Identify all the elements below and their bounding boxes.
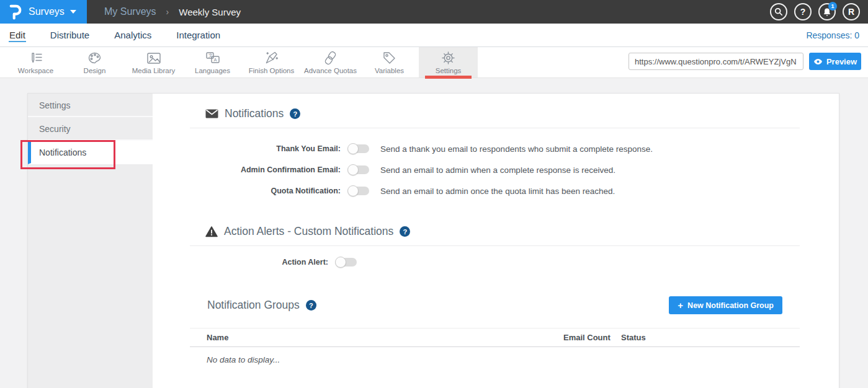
- sidebar-item-settings[interactable]: Settings: [28, 94, 153, 117]
- questionpro-logo-icon: [9, 4, 22, 20]
- eye-icon: [813, 58, 823, 65]
- plus-icon: +: [678, 301, 683, 310]
- toolbar-item-media-library[interactable]: Media Library: [124, 47, 183, 77]
- brand-label: Surveys: [29, 6, 65, 17]
- notification-badge: 1: [828, 2, 837, 11]
- settings-sidebar: Settings Security Notifications: [28, 94, 153, 388]
- advance-quotas-icon: [323, 51, 338, 66]
- toggle-label: Admin Confirmation Email:: [190, 165, 341, 174]
- media-library-icon: [146, 51, 161, 66]
- help-icon[interactable]: ?: [400, 226, 410, 237]
- workspace-icon: [29, 51, 43, 66]
- toggle-knob: [347, 164, 359, 175]
- notification-toggle-rows: Thank You Email: Send a thank you email …: [190, 138, 800, 201]
- app-window: Surveys My Surveys › Weekly Survey ?: [0, 0, 868, 388]
- toggle-label: Quota Notification:: [190, 187, 341, 195]
- toggle-knob: [347, 143, 359, 154]
- action-alert-toggle[interactable]: [336, 258, 357, 267]
- tab-edit[interactable]: Edit: [9, 24, 26, 46]
- tab-integration[interactable]: Integration: [176, 24, 221, 46]
- toolbar-item-label: Variables: [375, 67, 404, 74]
- quota-notification-toggle[interactable]: [349, 187, 369, 195]
- action-alerts-section-header: Action Alerts - Custom Notifications ?: [190, 225, 800, 238]
- toolbar-item-label: Advance Quotas: [304, 67, 357, 74]
- section-title: Notification Groups: [207, 299, 300, 312]
- new-group-button-label: New Notification Group: [687, 301, 774, 310]
- column-header-email-count: Email Count: [563, 333, 621, 342]
- notification-groups-section-header: Notification Groups ? + New Notification…: [190, 296, 800, 314]
- design-icon: [87, 51, 102, 66]
- responses-count[interactable]: Responses: 0: [806, 30, 859, 40]
- help-icon[interactable]: ?: [306, 300, 316, 311]
- toggle-description: Send an email to admin when a complete r…: [380, 165, 615, 175]
- breadcrumb-current: Weekly Survey: [179, 7, 241, 17]
- survey-url-input[interactable]: [629, 53, 803, 70]
- toolbar-item-label: Design: [84, 67, 106, 74]
- preview-button[interactable]: Preview: [809, 53, 861, 70]
- top-bar: Surveys My Surveys › Weekly Survey ?: [0, 0, 868, 24]
- section-title: Notifications: [225, 107, 284, 120]
- help-icon[interactable]: ?: [290, 108, 300, 119]
- search-icon: [774, 7, 783, 16]
- column-header-status: Status: [621, 333, 800, 342]
- settings-panel: Settings Security Notifications Notifica…: [27, 93, 839, 388]
- thank-you-email-toggle[interactable]: [349, 144, 369, 153]
- toolbar-item-finish-options[interactable]: Finish Options: [242, 47, 301, 77]
- finish-options-icon: [264, 51, 279, 66]
- toggle-knob: [347, 185, 359, 196]
- search-button[interactable]: [770, 3, 787, 20]
- sidebar-item-security[interactable]: Security: [28, 117, 153, 141]
- toolbar-item-workspace[interactable]: Workspace: [6, 47, 65, 77]
- section-divider: [190, 128, 800, 128]
- section-title: Action Alerts - Custom Notifications: [224, 225, 393, 238]
- avatar-initial: R: [848, 7, 854, 17]
- account-avatar[interactable]: R: [843, 3, 860, 20]
- product-switcher[interactable]: Surveys: [0, 0, 87, 24]
- warning-icon: [205, 226, 218, 237]
- help-button[interactable]: ?: [794, 3, 812, 20]
- toggle-knob: [335, 257, 346, 268]
- quota-notification-row: Quota Notification: Send an email to adm…: [190, 180, 800, 201]
- column-header-name: Name: [207, 333, 563, 342]
- main-area: Settings Security Notifications Notifica…: [0, 79, 868, 388]
- svg-text:A: A: [213, 57, 217, 63]
- topbar-actions: ? 1 R: [770, 3, 868, 20]
- chevron-down-icon: [70, 10, 76, 14]
- toolbar-item-design[interactable]: Design: [65, 47, 124, 77]
- tab-distribute[interactable]: Distribute: [50, 24, 90, 46]
- sidebar-item-notifications[interactable]: Notifications: [28, 141, 153, 164]
- empty-table-message: No data to display...: [190, 355, 800, 364]
- breadcrumb: My Surveys › Weekly Survey: [104, 6, 241, 17]
- toolbar-item-languages[interactable]: 文 A Languages: [183, 47, 242, 77]
- toolbar-item-settings[interactable]: Settings: [419, 47, 478, 77]
- new-notification-group-button[interactable]: + New Notification Group: [669, 296, 782, 314]
- thank-you-email-row: Thank You Email: Send a thank you email …: [190, 138, 800, 159]
- toolbar-item-label: Finish Options: [249, 67, 295, 74]
- toolbar-item-label: Workspace: [18, 67, 53, 74]
- action-alert-rows: Action Alert:: [190, 252, 800, 273]
- envelope-icon: [205, 109, 218, 118]
- toolbar-item-variables[interactable]: Variables: [360, 47, 419, 77]
- svg-text:文: 文: [208, 53, 213, 58]
- toolbar-item-advance-quotas[interactable]: Advance Quotas: [301, 47, 360, 77]
- toggle-label: Action Alert:: [190, 258, 328, 267]
- toggle-label: Thank You Email:: [190, 144, 341, 153]
- variables-icon: [382, 51, 396, 66]
- tab-analytics[interactable]: Analytics: [114, 24, 152, 46]
- toolbar-item-label: Settings: [436, 67, 462, 74]
- action-alert-row: Action Alert:: [190, 252, 800, 273]
- settings-icon: [441, 51, 455, 66]
- notifications-section-header: Notifications ?: [190, 107, 800, 120]
- toggle-description: Send a thank you email to respondents wh…: [380, 144, 653, 154]
- toolbar-item-label: Languages: [195, 67, 230, 74]
- languages-icon: 文 A: [205, 51, 220, 66]
- module-tab-bar: Edit Distribute Analytics Integration Re…: [0, 24, 868, 47]
- breadcrumb-parent[interactable]: My Surveys: [104, 6, 156, 17]
- question-mark-icon: ?: [800, 7, 806, 17]
- breadcrumb-separator: ›: [166, 7, 169, 17]
- toggle-description: Send an email to admin once the quota li…: [380, 187, 615, 196]
- notifications-button[interactable]: 1: [818, 3, 836, 20]
- admin-confirmation-email-toggle[interactable]: [349, 165, 369, 174]
- section-divider: [190, 245, 800, 246]
- notifications-content: Notifications ? Thank You Email: Send a …: [190, 94, 800, 364]
